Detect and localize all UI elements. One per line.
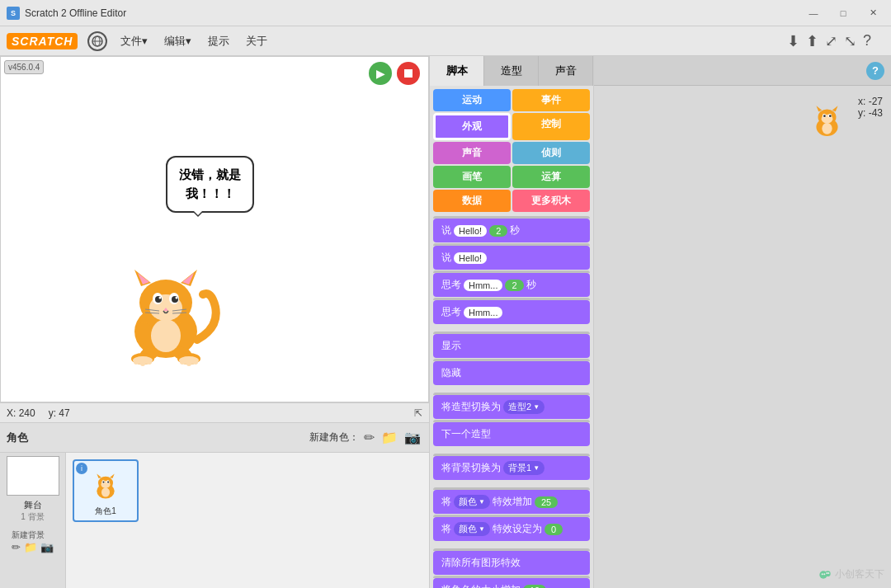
block-say-hello[interactable]: 说 Hello! — [433, 246, 590, 270]
svg-point-16 — [176, 297, 178, 299]
globe-icon[interactable] — [87, 31, 107, 51]
new-sprite-camera-icon[interactable]: 📷 — [403, 428, 422, 447]
about-menu[interactable]: 关于 — [239, 31, 274, 52]
block-think[interactable]: 思考 Hmm... — [433, 300, 590, 324]
tab-costumes[interactable]: 造型 — [484, 56, 539, 86]
block-input-25[interactable]: 25 — [535, 496, 558, 508]
block-clear-effects[interactable]: 清除所有图形特效 — [433, 551, 590, 575]
block-hide[interactable]: 隐藏 — [433, 361, 590, 385]
svg-point-59 — [823, 573, 825, 575]
category-operators[interactable]: 运算 — [512, 166, 590, 188]
svg-point-54 — [829, 115, 832, 117]
block-input-hmm2[interactable]: Hmm... — [464, 307, 502, 318]
coords-display: x: -27 y: -43 — [858, 96, 883, 119]
block-say-hello-sec[interactable]: 说 Hello! 2 秒 — [433, 219, 590, 242]
new-bg-camera-icon[interactable]: 📷 — [40, 541, 54, 553]
block-input-hello1[interactable]: Hello! — [454, 225, 487, 237]
script-tabs: 脚本 造型 声音 — [430, 56, 593, 86]
sprite-area: 角色 新建角色： ✏ 📁 📷 舞台 1 背景 新建背景 ✏ — [0, 422, 429, 588]
exit-fullscreen-icon[interactable]: ⤡ — [844, 32, 856, 50]
category-pen[interactable]: 画笔 — [433, 166, 511, 188]
block-switch-costume[interactable]: 将造型切换为 造型2 — [433, 395, 590, 419]
block-label: 下一个造型 — [441, 427, 491, 441]
tab-scripts[interactable]: 脚本 — [430, 56, 484, 86]
sprite-info-badge[interactable]: i — [76, 463, 87, 474]
minimize-button[interactable]: — — [802, 5, 825, 21]
category-sensing[interactable]: 侦则 — [512, 142, 590, 164]
toolbar-icons: ⬇ ⬆ ⤢ ⤡ ? — [787, 32, 871, 50]
svg-point-30 — [134, 360, 139, 365]
expand-icon[interactable]: ⇱ — [414, 407, 422, 419]
block-dropdown-effect2[interactable]: 颜色 — [454, 522, 490, 536]
maximize-button[interactable]: □ — [832, 5, 855, 21]
block-suffix-sec: 秒 — [510, 223, 520, 238]
new-sprite-paint-icon[interactable]: ✏ — [362, 428, 376, 447]
svg-point-43 — [102, 481, 104, 482]
block-change-size[interactable]: 将角色的大小增加 10 — [433, 578, 590, 588]
help-icon[interactable]: ? — [863, 32, 871, 49]
category-control[interactable]: 控制 — [512, 113, 590, 140]
stage-version: v456.0.4 — [4, 60, 44, 74]
window-title: Scratch 2 Offline Editor — [25, 7, 802, 19]
block-input-2b[interactable]: 2 — [505, 280, 523, 291]
file-menu[interactable]: 文件▾ — [114, 31, 154, 52]
block-dropdown-costume[interactable]: 造型2 — [503, 400, 544, 414]
download-icon[interactable]: ⬇ — [787, 32, 799, 50]
block-think-sec[interactable]: 思考 Hmm... 2 秒 — [433, 273, 590, 297]
watermark: 小创客天下 — [818, 567, 884, 581]
new-bg-icons: ✏ 📁 📷 — [12, 541, 54, 553]
category-more[interactable]: 更多积木 — [512, 190, 590, 212]
block-input-10[interactable]: 10 — [523, 585, 546, 589]
coord-x-display: x: -27 — [858, 96, 883, 107]
tab-sounds[interactable]: 声音 — [539, 56, 593, 86]
block-label: 将造型切换为 — [441, 400, 501, 414]
tips-menu[interactable]: 提示 — [201, 31, 236, 52]
sprite-item[interactable]: i — [73, 459, 139, 522]
right-panel-header: ? — [594, 56, 891, 86]
svg-point-35 — [193, 360, 198, 365]
cat-sprite — [100, 245, 232, 377]
green-flag-button[interactable]: ▶ — [369, 62, 392, 85]
block-input-hmm1[interactable]: Hmm... — [464, 280, 502, 291]
fullscreen-icon[interactable]: ⤢ — [825, 32, 837, 50]
new-sprite-text: 新建角色： — [309, 430, 359, 445]
help-button[interactable]: ? — [866, 62, 884, 80]
blocks-scroll-area: 说 Hello! 2 秒 说 Hello! 思考 Hmm... 2 秒 — [430, 215, 593, 588]
svg-point-57 — [825, 571, 831, 576]
coord-y-display: y: -43 — [858, 107, 883, 119]
block-label: 将 — [441, 495, 451, 509]
block-next-costume[interactable]: 下一个造型 — [433, 422, 590, 446]
new-sprite-file-icon[interactable]: 📁 — [380, 428, 399, 447]
coord-x: X: 240 — [7, 407, 35, 419]
category-sound[interactable]: 声音 — [433, 142, 511, 164]
block-suffix2: 特效设定为 — [493, 522, 542, 536]
category-data[interactable]: 数据 — [433, 190, 511, 212]
svg-rect-3 — [404, 69, 412, 78]
category-events[interactable]: 事件 — [512, 89, 590, 111]
stop-button[interactable] — [397, 62, 420, 85]
category-looks[interactable]: 外观 — [433, 113, 511, 140]
upload-icon[interactable]: ⬆ — [806, 32, 818, 50]
block-dropdown-backdrop[interactable]: 背景1 — [503, 461, 544, 475]
block-dropdown-effect1[interactable]: 颜色 — [454, 495, 490, 509]
coord-y: y: 47 — [49, 407, 70, 419]
block-input-0[interactable]: 0 — [544, 524, 563, 535]
edit-menu[interactable]: 编辑▾ — [158, 31, 198, 52]
category-motion[interactable]: 运动 — [433, 89, 511, 111]
stage-thumbnail: 舞台 1 背景 新建背景 ✏ 📁 📷 — [0, 453, 66, 588]
block-input-2[interactable]: 2 — [489, 225, 507, 237]
block-change-effect[interactable]: 将 颜色 特效增加 25 — [433, 490, 590, 514]
close-button[interactable]: ✕ — [861, 5, 884, 21]
main-area: v456.0.4 ▶ 没错，就是 我！！！ — [0, 56, 891, 588]
block-suffix-sec2: 秒 — [526, 278, 536, 292]
watermark-text: 小创客天下 — [835, 567, 884, 581]
block-label: 将背景切换为 — [441, 461, 501, 475]
block-set-effect[interactable]: 将 颜色 特效设定为 0 — [433, 517, 590, 541]
block-input-hello2[interactable]: Hello! — [454, 252, 487, 264]
block-show[interactable]: 显示 — [433, 334, 590, 358]
new-bg-label: 新建背景 — [12, 530, 45, 539]
new-bg-paint-icon[interactable]: ✏ — [12, 541, 21, 553]
svg-point-45 — [101, 487, 110, 496]
block-switch-backdrop[interactable]: 将背景切换为 背景1 — [433, 456, 590, 480]
new-bg-file-icon[interactable]: 📁 — [24, 541, 37, 553]
